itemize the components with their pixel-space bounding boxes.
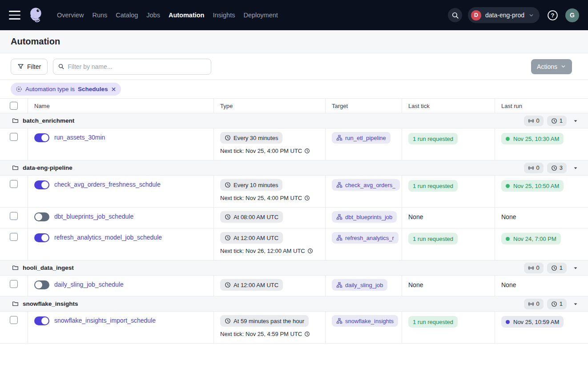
enabled-toggle[interactable] — [34, 133, 49, 142]
last-run-status: None — [501, 212, 516, 220]
next-tick-text: Next tick: Nov 25, 4:00 PM UTC — [220, 148, 319, 154]
schedule-count-badge: 1 — [547, 116, 567, 126]
filter-button[interactable]: Filter — [11, 59, 48, 75]
last-run-status[interactable]: Nov 25, 10:50 AM — [501, 180, 564, 192]
actions-button[interactable]: Actions — [531, 59, 572, 74]
last-run-status[interactable]: Nov 24, 7:00 PM — [501, 233, 561, 244]
nav-item-insights[interactable]: Insights — [213, 12, 235, 19]
schedule-type-pill: At 12:00 AM UTC — [220, 279, 283, 291]
nav-item-overview[interactable]: Overview — [57, 12, 84, 19]
group-name: snowflake_insights — [23, 300, 78, 307]
clock-icon — [307, 248, 313, 254]
nav-item-catalog[interactable]: Catalog — [116, 12, 138, 19]
clock-icon — [551, 118, 557, 124]
dagster-logo-icon[interactable] — [28, 4, 47, 26]
automation-type-filter-chip[interactable]: Automation type is Schedules ✕ — [11, 83, 121, 96]
remove-filter-icon[interactable]: ✕ — [111, 86, 117, 92]
funnel-icon — [17, 63, 24, 70]
next-tick-label: Next tick: Nov 25, 4:00 PM UTC — [220, 148, 302, 154]
collapse-caret-icon[interactable] — [573, 118, 578, 124]
clock-icon — [225, 282, 231, 288]
nav-item-automation[interactable]: Automation — [169, 12, 205, 19]
last-run-time: Nov 24, 7:00 PM — [513, 236, 556, 242]
enabled-toggle[interactable] — [34, 212, 49, 221]
sensor-count-badge: 0 — [524, 116, 544, 126]
schedule-type-label: At 59 minutes past the hour — [234, 318, 304, 324]
group-row[interactable]: batch_enrichment 0 1 — [0, 113, 588, 128]
clock-icon — [225, 135, 231, 141]
workspace-avatar: D — [471, 10, 481, 20]
group-name: data-eng-pipeline — [23, 164, 72, 171]
table-row: snowflake_insights_import_schedule At 59… — [0, 312, 588, 344]
run-status-dot — [506, 237, 510, 241]
collapse-caret-icon[interactable] — [573, 301, 578, 307]
target-label: refresh_analytics_r — [345, 235, 394, 241]
schedule-name-link[interactable]: snowflake_insights_import_schedule — [54, 317, 156, 324]
last-run-status[interactable]: Nov 25, 10:59 AM — [501, 316, 564, 328]
table-row: refresh_analytics_model_job_schedule At … — [0, 228, 588, 260]
workspace-switcher[interactable]: D data-eng-prod — [468, 7, 540, 23]
row-checkbox[interactable] — [10, 316, 18, 324]
enabled-toggle[interactable] — [34, 316, 49, 325]
nav-item-runs[interactable]: Runs — [92, 12, 107, 19]
clock-icon — [225, 182, 231, 188]
toolbar: Filter Actions — [0, 53, 588, 80]
target-pill[interactable]: run_etl_pipeline — [332, 132, 391, 144]
schedule-count: 3 — [560, 164, 563, 171]
target-label: daily_sling_job — [345, 282, 383, 288]
clock-icon — [225, 214, 231, 220]
user-avatar[interactable]: G — [565, 8, 579, 22]
top-nav: OverviewRunsCatalogJobsAutomationInsight… — [0, 0, 588, 30]
schedule-name-link[interactable]: daily_sling_job_schedule — [54, 281, 124, 288]
row-checkbox[interactable] — [10, 280, 18, 288]
target-pill[interactable]: refresh_analytics_r — [332, 232, 399, 244]
nav-item-deployment[interactable]: Deployment — [243, 12, 278, 19]
table-row: run_assets_30min Every 30 minutes Next t… — [0, 128, 588, 160]
sensor-count-badge: 0 — [524, 299, 544, 309]
row-checkbox[interactable] — [10, 133, 18, 141]
search-icon[interactable] — [448, 8, 462, 22]
group-row[interactable]: data-eng-pipeline 0 3 — [0, 160, 588, 176]
nav-item-jobs[interactable]: Jobs — [146, 12, 160, 19]
schedule-name-link[interactable]: refresh_analytics_model_job_schedule — [54, 234, 162, 241]
help-icon[interactable]: ? — [545, 8, 560, 22]
group-row[interactable]: snowflake_insights 0 1 — [0, 296, 588, 312]
last-run-status: None — [501, 280, 516, 288]
table-header: Name Type Target Last tick Last run — [0, 99, 588, 113]
clock-icon — [225, 318, 231, 324]
collapse-caret-icon[interactable] — [573, 265, 578, 271]
schedule-count-badge: 1 — [547, 263, 567, 273]
select-all-checkbox[interactable] — [10, 102, 18, 110]
target-pill[interactable]: snowflake_insights — [332, 315, 398, 327]
schedule-count-badge: 3 — [547, 163, 567, 173]
schedule-type-pill: At 59 minutes past the hour — [220, 315, 309, 327]
sensor-icon — [528, 118, 534, 124]
last-run-status[interactable]: Nov 25, 10:30 AM — [501, 133, 564, 144]
row-checkbox[interactable] — [10, 180, 18, 188]
chevron-down-icon — [528, 12, 534, 18]
schedule-type-pill: Every 10 minutes — [220, 179, 282, 191]
next-tick-label: Next tick: Nov 25, 4:59 PM UTC — [220, 331, 302, 337]
last-tick-status: 1 run requested — [408, 133, 458, 144]
enabled-toggle[interactable] — [34, 280, 49, 289]
schedule-type-label: Every 10 minutes — [234, 182, 278, 188]
last-tick-status: 1 run requested — [408, 233, 458, 244]
enabled-toggle[interactable] — [34, 180, 49, 189]
next-tick-label: Next tick: Nov 26, 12:00 AM UTC — [220, 248, 305, 254]
job-graph-icon — [336, 318, 342, 324]
schedule-name-link[interactable]: check_avg_orders_freshness_schdule — [54, 181, 161, 188]
group-row[interactable]: hooli_data_ingest 0 1 — [0, 260, 588, 276]
schedule-type-pill: At 08:00 AM UTC — [220, 211, 283, 223]
target-pill[interactable]: check_avg_orders_ — [332, 179, 400, 191]
row-checkbox[interactable] — [10, 212, 18, 220]
collapse-caret-icon[interactable] — [573, 165, 578, 171]
schedule-name-link[interactable]: run_assets_30min — [54, 134, 105, 141]
row-checkbox[interactable] — [10, 233, 18, 241]
target-pill[interactable]: daily_sling_job — [332, 279, 387, 291]
enabled-toggle[interactable] — [34, 233, 49, 242]
target-pill[interactable]: dbt_blueprints_job — [332, 211, 397, 223]
name-filter-input[interactable] — [68, 63, 206, 70]
page-title: Automation — [11, 36, 60, 47]
schedule-name-link[interactable]: dbt_blueprints_job_schedule — [54, 213, 133, 220]
hamburger-menu-icon[interactable] — [9, 11, 21, 20]
